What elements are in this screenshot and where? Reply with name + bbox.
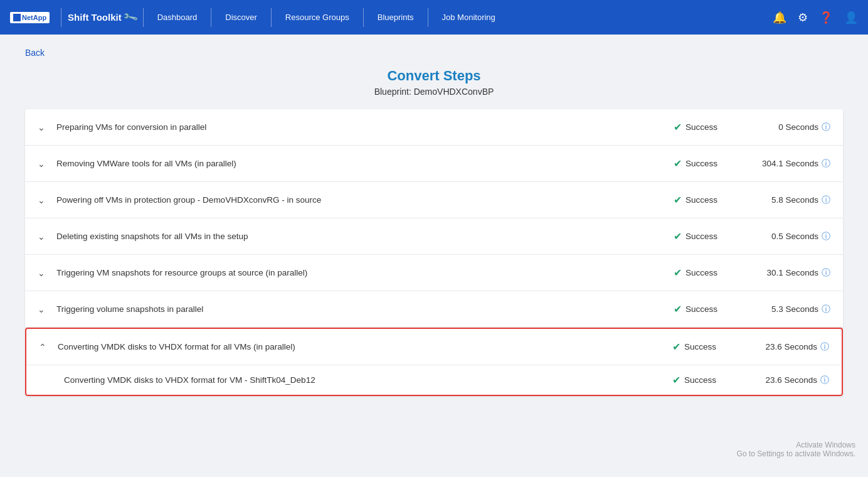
step-name: Triggering volume snapshots in parallel bbox=[56, 304, 674, 314]
success-check-icon: ✔ bbox=[674, 158, 682, 169]
info-icon[interactable]: ⓘ bbox=[822, 122, 830, 133]
table-row: ⌄ Triggering volume snapshots in paralle… bbox=[25, 291, 843, 328]
nav-resource-groups[interactable]: Resource Groups bbox=[278, 13, 357, 22]
sub-step-row: Converting VMDK disks to VHDX format for… bbox=[26, 365, 842, 395]
sub-step-name: Converting VMDK disks to VHDX format for… bbox=[64, 375, 672, 385]
success-check-icon: ✔ bbox=[672, 341, 680, 353]
table-row: ⌄ Removing VMWare tools for all VMs (in … bbox=[25, 146, 843, 182]
step-status: ✔ Success bbox=[674, 230, 743, 242]
success-check-icon: ✔ bbox=[674, 121, 682, 133]
steps-table: ⌄ Preparing VMs for conversion in parall… bbox=[25, 109, 843, 396]
success-check-icon: ✔ bbox=[674, 267, 682, 279]
expand-icon[interactable]: ⌃ bbox=[39, 342, 58, 352]
highlighted-step-group: ⌃ Converting VMDK disks to VHDX format f… bbox=[25, 328, 843, 396]
expand-icon[interactable]: ⌄ bbox=[38, 268, 56, 278]
table-row: ⌄ Powering off VMs in protection group -… bbox=[25, 182, 843, 218]
expand-icon[interactable]: ⌄ bbox=[38, 159, 56, 169]
nav-divider-2 bbox=[143, 8, 144, 27]
nav-divider-5 bbox=[363, 8, 364, 27]
step-name: Converting VMDK disks to VHDX format for… bbox=[58, 342, 672, 351]
success-check-icon: ✔ bbox=[674, 303, 682, 315]
info-icon[interactable]: ⓘ bbox=[822, 267, 830, 279]
step-name: Removing VMWare tools for all VMs (in pa… bbox=[56, 159, 674, 168]
help-icon[interactable]: ❓ bbox=[819, 11, 833, 24]
step-seconds: 304.1 Seconds ⓘ bbox=[743, 158, 830, 169]
back-link[interactable]: Back bbox=[25, 48, 45, 58]
nav-discover[interactable]: Discover bbox=[218, 13, 265, 22]
nav-job-monitoring[interactable]: Job Monitoring bbox=[435, 13, 503, 22]
shift-toolkit-label: Shift Toolkit 🔧 bbox=[68, 11, 137, 23]
step-seconds: 23.6 Seconds ⓘ bbox=[741, 341, 829, 353]
success-check-icon: ✔ bbox=[674, 194, 682, 206]
step-name: Deleting existing snapshots for all VMs … bbox=[56, 232, 674, 241]
info-icon[interactable]: ⓘ bbox=[822, 304, 830, 315]
info-icon[interactable]: ⓘ bbox=[822, 158, 830, 169]
step-name: Triggering VM snapshots for resource gro… bbox=[56, 268, 674, 277]
page-title: Convert Steps bbox=[25, 68, 843, 84]
info-icon[interactable]: ⓘ bbox=[820, 341, 829, 353]
step-seconds: 5.8 Seconds ⓘ bbox=[743, 195, 830, 206]
navbar: NetApp Shift Toolkit 🔧 Dashboard Discove… bbox=[0, 0, 868, 35]
table-row: ⌄ Triggering VM snapshots for resource g… bbox=[25, 255, 843, 291]
info-icon[interactable]: ⓘ bbox=[820, 375, 829, 386]
step-seconds: 0 Seconds ⓘ bbox=[743, 122, 830, 133]
step-status: ✔ Success bbox=[674, 194, 743, 206]
sub-step-seconds: 23.6 Seconds ⓘ bbox=[741, 375, 829, 386]
nav-dashboard[interactable]: Dashboard bbox=[150, 13, 205, 22]
expand-icon[interactable]: ⌄ bbox=[38, 195, 56, 205]
nav-blueprints[interactable]: Blueprints bbox=[370, 13, 421, 22]
info-icon[interactable]: ⓘ bbox=[822, 231, 830, 242]
info-icon[interactable]: ⓘ bbox=[822, 195, 830, 206]
nav-divider-3 bbox=[211, 8, 211, 27]
expand-icon[interactable]: ⌄ bbox=[38, 304, 56, 314]
success-check-icon: ✔ bbox=[674, 230, 682, 242]
expand-icon[interactable]: ⌄ bbox=[38, 122, 56, 132]
brand-logo: NetApp bbox=[10, 12, 50, 23]
step-name: Preparing VMs for conversion in parallel bbox=[56, 122, 674, 132]
main-content: Back Convert Steps Blueprint: DemoVHDXCo… bbox=[0, 35, 868, 477]
nav-divider-4 bbox=[271, 8, 272, 27]
netapp-label: NetApp bbox=[22, 14, 46, 21]
bell-icon[interactable]: 🔔 bbox=[773, 11, 786, 24]
nav-divider-1 bbox=[61, 8, 61, 27]
step-seconds: 0.5 Seconds ⓘ bbox=[743, 231, 830, 242]
nav-divider-6 bbox=[428, 8, 428, 27]
user-icon[interactable]: 👤 bbox=[844, 11, 858, 24]
step-status: ✔ Success bbox=[674, 121, 743, 133]
netapp-square-icon bbox=[13, 14, 21, 21]
table-row: ⌃ Converting VMDK disks to VHDX format f… bbox=[26, 329, 842, 365]
navbar-right: 🔔 ⚙ ❓ 👤 bbox=[773, 11, 858, 24]
step-seconds: 5.3 Seconds ⓘ bbox=[743, 304, 830, 315]
expand-icon[interactable]: ⌄ bbox=[38, 232, 56, 242]
table-row: ⌄ Preparing VMs for conversion in parall… bbox=[25, 109, 843, 146]
success-check-icon: ✔ bbox=[672, 374, 680, 386]
netapp-logo: NetApp bbox=[10, 12, 50, 23]
step-status: ✔ Success bbox=[674, 267, 743, 279]
step-seconds: 30.1 Seconds ⓘ bbox=[743, 267, 830, 279]
wrench-icon: 🔧 bbox=[122, 9, 139, 25]
step-name: Powering off VMs in protection group - D… bbox=[56, 195, 674, 205]
gear-icon[interactable]: ⚙ bbox=[798, 11, 808, 24]
sub-step-status: ✔ Success bbox=[672, 374, 741, 386]
step-status: ✔ Success bbox=[674, 158, 743, 169]
page-subtitle: Blueprint: DemoVHDXConvBP bbox=[25, 87, 843, 97]
step-status: ✔ Success bbox=[672, 341, 741, 353]
step-status: ✔ Success bbox=[674, 303, 743, 315]
table-row: ⌄ Deleting existing snapshots for all VM… bbox=[25, 218, 843, 255]
